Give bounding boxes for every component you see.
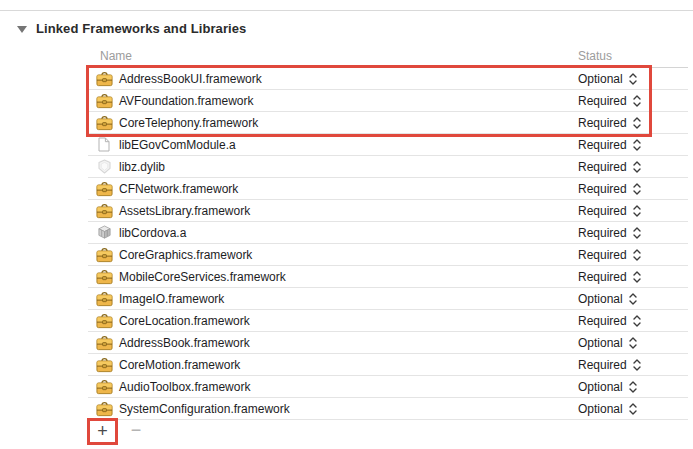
- status-value: Optional: [578, 380, 623, 394]
- linked-frameworks-panel: Linked Frameworks and Libraries Name Sta…: [0, 0, 693, 449]
- status-dropdown[interactable]: Required: [578, 112, 641, 134]
- status-dropdown[interactable]: Required: [578, 266, 641, 288]
- table-row[interactable]: SystemConfiguration.framework Optional: [88, 398, 688, 420]
- status-dropdown[interactable]: Optional: [578, 288, 637, 310]
- minus-icon: −: [131, 421, 142, 439]
- archive-icon: [95, 225, 113, 241]
- section-divider: [0, 10, 693, 11]
- framework-icon: [95, 357, 113, 373]
- status-dropdown[interactable]: Optional: [578, 398, 637, 420]
- framework-icon: [95, 93, 113, 109]
- column-header-name: Name: [100, 49, 132, 63]
- table-rows: AddressBookUI.framework Optional AVFound…: [88, 67, 688, 420]
- framework-name: AVFoundation.framework: [119, 94, 254, 108]
- framework-name: AddressBook.framework: [119, 336, 250, 350]
- framework-icon: [95, 335, 113, 351]
- up-down-chevrons-icon: [629, 337, 637, 349]
- table-row[interactable]: ImageIO.framework Optional: [88, 288, 688, 310]
- framework-name: CFNetwork.framework: [119, 182, 238, 196]
- status-value: Required: [578, 314, 627, 328]
- status-value: Optional: [578, 72, 623, 86]
- framework-name: AssetsLibrary.framework: [119, 204, 250, 218]
- framework-icon: [95, 269, 113, 285]
- status-dropdown[interactable]: Required: [578, 90, 641, 112]
- status-dropdown[interactable]: Required: [578, 222, 641, 244]
- status-value: Required: [578, 270, 627, 284]
- column-header-status: Status: [578, 49, 612, 63]
- up-down-chevrons-icon: [633, 161, 641, 173]
- framework-name: SystemConfiguration.framework: [119, 402, 290, 416]
- status-value: Optional: [578, 336, 623, 350]
- plus-icon: +: [97, 422, 108, 440]
- section-header: Linked Frameworks and Libraries: [17, 21, 246, 36]
- framework-name: CoreMotion.framework: [119, 358, 240, 372]
- framework-icon: [95, 181, 113, 197]
- framework-icon: [95, 313, 113, 329]
- table-row[interactable]: libEGovComModule.a Required: [88, 134, 688, 156]
- frameworks-table: Name Status AddressBookUI.framework Opti…: [88, 46, 688, 444]
- status-value: Required: [578, 138, 627, 152]
- status-dropdown[interactable]: Required: [578, 200, 641, 222]
- status-value: Required: [578, 226, 627, 240]
- status-dropdown[interactable]: Required: [578, 134, 641, 156]
- up-down-chevrons-icon: [633, 271, 641, 283]
- table-row[interactable]: CFNetwork.framework Required: [88, 178, 688, 200]
- status-value: Optional: [578, 402, 623, 416]
- status-dropdown[interactable]: Required: [578, 310, 641, 332]
- framework-icon: [95, 71, 113, 87]
- add-remove-toolbar: + −: [88, 420, 688, 444]
- disclosure-triangle-icon[interactable]: [17, 26, 27, 33]
- status-value: Required: [578, 116, 627, 130]
- status-value: Required: [578, 160, 627, 174]
- table-row[interactable]: CoreLocation.framework Required: [88, 310, 688, 332]
- table-row[interactable]: AddressBook.framework Optional: [88, 332, 688, 354]
- table-row[interactable]: AVFoundation.framework Required: [88, 90, 688, 112]
- framework-name: ImageIO.framework: [119, 292, 224, 306]
- framework-icon: [95, 291, 113, 307]
- framework-name: libz.dylib: [119, 160, 165, 174]
- table-row[interactable]: AudioToolbox.framework Optional: [88, 376, 688, 398]
- status-dropdown[interactable]: Optional: [578, 68, 637, 90]
- table-row[interactable]: MobileCoreServices.framework Required: [88, 266, 688, 288]
- up-down-chevrons-icon: [633, 95, 641, 107]
- framework-icon: [95, 115, 113, 131]
- table-row[interactable]: AssetsLibrary.framework Required: [88, 200, 688, 222]
- framework-name: CoreTelephony.framework: [119, 116, 258, 130]
- status-dropdown[interactable]: Required: [578, 156, 641, 178]
- framework-name: CoreLocation.framework: [119, 314, 250, 328]
- up-down-chevrons-icon: [629, 73, 637, 85]
- status-dropdown[interactable]: Required: [578, 244, 641, 266]
- table-row[interactable]: CoreMotion.framework Required: [88, 354, 688, 376]
- up-down-chevrons-icon: [633, 227, 641, 239]
- up-down-chevrons-icon: [633, 183, 641, 195]
- status-dropdown[interactable]: Optional: [578, 376, 637, 398]
- up-down-chevrons-icon: [629, 293, 637, 305]
- status-dropdown[interactable]: Required: [578, 354, 641, 376]
- framework-icon: [95, 247, 113, 263]
- column-headers: Name Status: [88, 46, 688, 67]
- remove-button[interactable]: −: [118, 420, 147, 444]
- status-value: Required: [578, 204, 627, 218]
- framework-name: AudioToolbox.framework: [119, 380, 250, 394]
- table-row[interactable]: libCordova.a Required: [88, 222, 688, 244]
- document-icon: [95, 137, 113, 153]
- table-row[interactable]: CoreGraphics.framework Required: [88, 244, 688, 266]
- framework-name: AddressBookUI.framework: [119, 72, 262, 86]
- add-button[interactable]: +: [88, 420, 117, 444]
- up-down-chevrons-icon: [629, 403, 637, 415]
- framework-icon: [95, 401, 113, 417]
- framework-name: MobileCoreServices.framework: [119, 270, 286, 284]
- table-row[interactable]: AddressBookUI.framework Optional: [88, 68, 688, 90]
- status-value: Required: [578, 358, 627, 372]
- section-title: Linked Frameworks and Libraries: [36, 21, 246, 36]
- framework-icon: [95, 379, 113, 395]
- status-dropdown[interactable]: Optional: [578, 332, 637, 354]
- up-down-chevrons-icon: [633, 139, 641, 151]
- table-row[interactable]: CoreTelephony.framework Required: [88, 112, 688, 134]
- table-row[interactable]: libz.dylib Required: [88, 156, 688, 178]
- up-down-chevrons-icon: [633, 315, 641, 327]
- up-down-chevrons-icon: [629, 381, 637, 393]
- status-dropdown[interactable]: Required: [578, 178, 641, 200]
- status-value: Optional: [578, 292, 623, 306]
- status-value: Required: [578, 94, 627, 108]
